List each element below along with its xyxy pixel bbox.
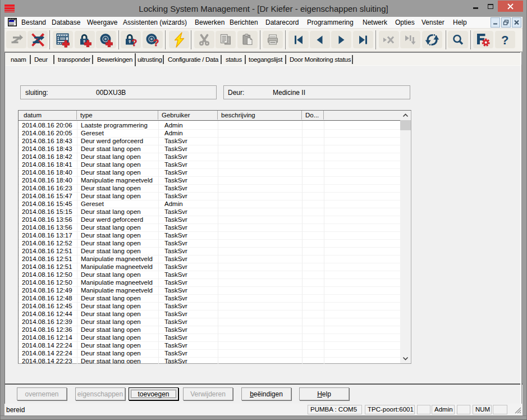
svg-text:?: ? xyxy=(153,38,159,47)
svg-text:?: ? xyxy=(131,38,137,47)
svg-text:?: ? xyxy=(501,33,508,47)
